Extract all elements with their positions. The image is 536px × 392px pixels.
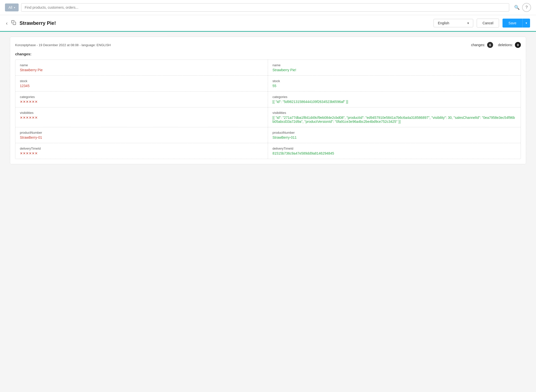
save-dropdown-button[interactable]: ▾ (522, 19, 530, 28)
search-wrapper (21, 3, 509, 12)
change-row: visibilities ✕✕✕✕✕✕ visibilities [{ "id"… (15, 107, 521, 127)
change-row: deliveryTimeId ✕✕✕✕✕✕ deliveryTimeId 815… (15, 143, 521, 159)
version-meta: Konzeptphase - 19 December 2022 at 08:08… (15, 43, 111, 47)
changes-section-label: changes: (15, 52, 521, 56)
change-cell-new: deliveryTimeId 81515b736c9a47e589dd9a814… (268, 143, 521, 159)
language-dropdown[interactable]: English ▾ (434, 19, 473, 27)
change-cell-old: visibilities ✕✕✕✕✕✕ (15, 107, 268, 127)
cell-value-new: StrawBerry-011 (272, 135, 516, 139)
change-cell-old: name Strawberry Pie (15, 60, 268, 75)
cell-value-new: [{ "id": "271a77dba1f841d49cf9eb084e2cbd… (272, 116, 516, 124)
copy-icon (11, 20, 16, 25)
cell-value-new: Strawberry Pie! (272, 68, 516, 72)
change-cell-old: deliveryTimeId ✕✕✕✕✕✕ (15, 143, 268, 159)
change-cell-new: categories [{ "id": "5d982131586444109f2… (268, 92, 521, 107)
help-button[interactable]: ? (522, 3, 531, 12)
cell-label-old: visibilities (20, 111, 263, 115)
all-chevron-icon: ▾ (14, 6, 15, 9)
save-dropdown-chevron-icon: ▾ (526, 21, 527, 25)
cell-label-new: name (272, 63, 516, 67)
all-label: All (8, 5, 12, 9)
cell-label-new: stock (272, 79, 516, 83)
changes-grid: name Strawberry Pie name Strawberry Pie!… (15, 60, 521, 159)
change-cell-old: productNumber StrawBerry-01 (15, 127, 268, 143)
cell-value-old: Strawberry Pie (20, 68, 263, 72)
change-cell-old: stock 12345 (15, 76, 268, 91)
cell-value-new: [{ "id": "5d982131586444109f2634523b6596… (272, 100, 516, 104)
changes-stat: changes: 6 (471, 42, 493, 48)
change-row: stock 12345 stock 55 (15, 76, 521, 92)
cell-value-new: 81515b736c9a47e589dd9a8146294845 (272, 151, 516, 155)
version-header: Konzeptphase - 19 December 2022 at 08:08… (15, 42, 521, 48)
deletions-stat-label: deletions: (498, 43, 513, 47)
cell-value-new: 55 (272, 84, 516, 88)
change-cell-new: name Strawberry Pie! (268, 60, 521, 75)
top-bar: All ▾ 🔍 ? (0, 0, 536, 15)
search-input[interactable] (25, 5, 505, 9)
cell-label-new: productNumber (272, 131, 516, 134)
changes-badge: 6 (487, 42, 493, 48)
back-button[interactable]: ‹ (6, 20, 8, 26)
cell-value-old: ✕✕✕✕✕✕ (20, 151, 263, 155)
change-cell-old: categories ✕✕✕✕✕✕ (15, 92, 268, 107)
copy-button[interactable] (11, 20, 16, 26)
sub-header: ‹ Strawberry Pie! English ▾ Cancel Save … (0, 15, 536, 32)
change-row: productNumber StrawBerry-01 productNumbe… (15, 127, 521, 143)
change-cell-new: stock 55 (268, 76, 521, 91)
change-cell-new: productNumber StrawBerry-011 (268, 127, 521, 143)
cell-value-old: StrawBerry-01 (20, 135, 263, 139)
help-icon: ? (526, 5, 528, 10)
deletions-badge: 0 (515, 42, 521, 48)
save-button-group: Save ▾ (502, 19, 530, 28)
svg-rect-0 (13, 22, 16, 25)
save-button[interactable]: Save (502, 19, 522, 28)
deletions-stat: deletions: 0 (498, 42, 521, 48)
cell-label-old: productNumber (20, 131, 263, 134)
cell-label-old: categories (20, 95, 263, 99)
cell-label-new: deliveryTimeId (272, 147, 516, 150)
cell-value-old: ✕✕✕✕✕✕ (20, 116, 263, 120)
search-icon-button[interactable]: 🔍 (514, 5, 520, 10)
main-content: Konzeptphase - 19 December 2022 at 08:08… (0, 32, 536, 392)
cell-label-new: categories (272, 95, 516, 99)
cell-value-old: ✕✕✕✕✕✕ (20, 100, 263, 104)
version-stats: changes: 6 deletions: 0 (471, 42, 521, 48)
cell-label-new: visibilities (272, 111, 516, 115)
language-label: English (438, 21, 449, 25)
change-row: name Strawberry Pie name Strawberry Pie! (15, 60, 521, 76)
cell-label-old: stock (20, 79, 263, 83)
change-row: categories ✕✕✕✕✕✕ categories [{ "id": "5… (15, 92, 521, 107)
cell-label-old: name (20, 63, 263, 67)
page-title: Strawberry Pie! (20, 20, 430, 26)
all-dropdown[interactable]: All ▾ (5, 3, 19, 11)
cell-label-old: deliveryTimeId (20, 147, 263, 150)
version-card: Konzeptphase - 19 December 2022 at 08:08… (10, 37, 526, 164)
change-cell-new: visibilities [{ "id": "271a77dba1f841d49… (268, 107, 521, 127)
cancel-button[interactable]: Cancel (477, 19, 499, 28)
changes-stat-label: changes: (471, 43, 485, 47)
cell-value-old: 12345 (20, 84, 263, 88)
language-chevron-icon: ▾ (467, 21, 469, 25)
